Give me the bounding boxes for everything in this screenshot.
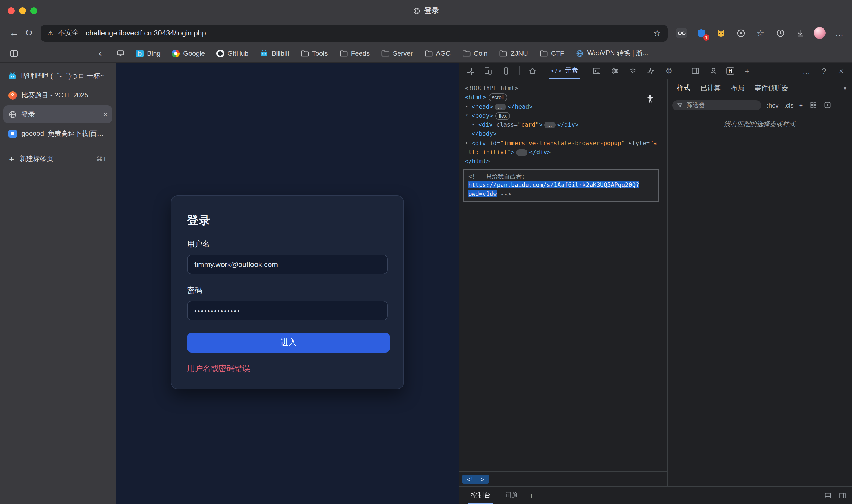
hackbar-icon[interactable]: H — [726, 67, 734, 75]
close-icon: × — [839, 66, 844, 75]
login-submit-button[interactable]: 进入 — [187, 333, 390, 353]
sidebar-tab-ctf[interactable]: ? 比赛题目 - ?CTF 2025 — [3, 86, 112, 104]
folder-icon — [424, 49, 433, 57]
chevron-down-icon[interactable]: ▾ — [844, 85, 846, 91]
devtools-home-button[interactable] — [527, 66, 538, 76]
dom-line[interactable]: ▸<div class="card">…</div> — [459, 120, 667, 129]
profile-tool-button[interactable] — [708, 66, 718, 76]
bookmark-folder-coin[interactable]: Coin — [462, 49, 487, 57]
folder-icon — [539, 49, 548, 57]
back-icon: ← — [9, 27, 19, 39]
goggles-extension-button[interactable] — [676, 27, 688, 39]
tab-layout[interactable]: 布局 — [731, 83, 744, 93]
dom-line[interactable]: ▸<head>…</head> — [459, 102, 667, 111]
help-icon: ? — [821, 66, 826, 75]
extension-button[interactable] — [735, 27, 747, 39]
minimize-window-button[interactable] — [19, 7, 26, 14]
bookmark-folder-feeds[interactable]: Feeds — [339, 49, 370, 57]
dom-line[interactable]: ▾<body>flex — [459, 111, 667, 120]
inspect-element-button[interactable] — [465, 66, 475, 76]
zoom-window-button[interactable] — [31, 7, 37, 14]
bookmark-github[interactable]: GitHub — [216, 49, 248, 57]
bookmark-webvpn[interactable]: WebVPN 转换 | 浙... — [575, 49, 648, 58]
collapse-sidebar-button[interactable]: ‹ — [95, 48, 106, 59]
username-input[interactable] — [187, 254, 388, 274]
shield-extension-button[interactable]: 1 — [695, 27, 707, 39]
devtools-more-button[interactable]: … — [801, 66, 812, 76]
styles-filter-input[interactable]: 筛选器 — [672, 100, 761, 110]
bookmark-folder-zjnu[interactable]: ZJNU — [499, 49, 528, 57]
close-tab-icon[interactable]: × — [103, 110, 108, 119]
drawer-tab-console[interactable]: 控制台 — [465, 486, 497, 504]
bookmark-google[interactable]: Google — [172, 49, 205, 57]
sidebar-tab-login-active[interactable]: 登录 × — [3, 105, 112, 123]
tab-network-icon-button[interactable] — [628, 66, 638, 76]
expand-arrow-icon[interactable]: ▸ — [466, 102, 468, 111]
devtools-main: <!DOCTYPE html><html>scroll▸<head>…</hea… — [459, 79, 852, 486]
devtools-help-button[interactable]: ? — [819, 66, 829, 76]
tab-event-listeners[interactable]: 事件侦听器 — [754, 83, 788, 93]
dom-line[interactable]: <!DOCTYPE html> — [459, 83, 667, 93]
login-error-message: 用户名或密码错误 — [187, 364, 388, 374]
add-tool-button[interactable]: + — [742, 66, 752, 76]
dom-line[interactable]: </html> — [459, 157, 667, 166]
sidebar-tab-download[interactable]: gooood_免费高速下载|百度... — [3, 124, 112, 142]
history-icon — [776, 29, 785, 37]
dom-line[interactable]: ▸<div id="immersive-translate-browser-po… — [459, 139, 667, 148]
comment-line: <!-- 只给我自己看: — [468, 173, 525, 179]
expand-arrow-icon[interactable]: ▾ — [466, 111, 468, 120]
dom-line[interactable]: <html>scroll — [459, 93, 667, 102]
toggle-class-button[interactable]: .cls — [784, 102, 794, 108]
dom-line[interactable]: ll: initial">…</div> — [459, 147, 667, 157]
bookmark-device[interactable] — [116, 49, 124, 57]
tab-console-icon-button[interactable] — [592, 66, 602, 76]
add-drawer-tab-button[interactable]: + — [526, 491, 537, 500]
expand-arrow-icon[interactable]: ▸ — [466, 139, 468, 148]
grid-icon — [810, 101, 817, 109]
browser-menu-button[interactable]: … — [833, 27, 845, 39]
downloads-button[interactable] — [794, 27, 806, 39]
comment-node-box[interactable]: <!-- 只给我自己看: https://pan.baidu.com/s/1Aa… — [463, 169, 659, 202]
bookmark-folder-ctf[interactable]: CTF — [539, 49, 564, 57]
tab-panel-button[interactable] — [8, 47, 20, 59]
accessibility-person-icon — [646, 94, 655, 103]
expand-arrow-icon[interactable]: ▸ — [472, 120, 475, 129]
tab-settings-icon-button[interactable]: ⚙ — [664, 66, 674, 76]
breadcrumb-comment-node[interactable]: <!--> — [462, 474, 489, 483]
new-style-rule-button[interactable]: + — [799, 102, 803, 108]
history-button[interactable] — [774, 27, 786, 39]
bookmark-folder-tools[interactable]: Tools — [300, 49, 328, 57]
dock-side-button[interactable] — [824, 491, 832, 499]
element-state-button[interactable] — [823, 101, 831, 109]
bookmark-bilibili[interactable]: Bilibili — [260, 49, 289, 57]
device-toolbar-button[interactable] — [483, 66, 493, 76]
layout-panel-button[interactable] — [690, 66, 700, 76]
tab-profiler-icon-button[interactable] — [646, 66, 656, 76]
address-bar[interactable]: ⚠ 不安全 challenge.ilovectf.cn:30434/login.… — [40, 24, 668, 41]
dom-line[interactable]: </body> — [459, 129, 667, 139]
dock-icon — [824, 491, 832, 499]
close-window-button[interactable] — [8, 7, 15, 14]
devtools-close-button[interactable]: × — [836, 66, 846, 76]
mobile-panel-button[interactable] — [501, 66, 511, 76]
cat-extension-button[interactable] — [715, 27, 727, 39]
drawer-tab-issues[interactable]: 问题 — [499, 486, 523, 504]
tab-elements[interactable]: </> 元素 — [545, 62, 584, 79]
reload-button[interactable]: ↻ — [21, 25, 36, 40]
sidebar-tab-bilibili[interactable]: 哔哩哔哩 (゜-゜)つロ 干杯~ — [3, 67, 112, 85]
bookmark-folder-agc[interactable]: AGC — [424, 49, 451, 57]
profile-avatar[interactable] — [814, 27, 825, 39]
expand-drawer-button[interactable] — [838, 491, 846, 499]
tab-tune-icon-button[interactable] — [610, 66, 620, 76]
bookmark-star-icon[interactable]: ☆ — [654, 28, 661, 38]
tab-styles[interactable]: 样式 — [677, 83, 690, 93]
toggle-hover-state-button[interactable]: :hov — [767, 102, 779, 108]
bookmark-folder-server[interactable]: Server — [381, 49, 413, 57]
password-input[interactable] — [187, 301, 388, 320]
tab-computed[interactable]: 已计算 — [700, 83, 721, 93]
computed-grid-button[interactable] — [810, 101, 817, 109]
favorites-button[interactable]: ☆ — [754, 27, 766, 39]
new-tab-button[interactable]: + 新建标签页 ⌘T — [3, 150, 112, 167]
back-button[interactable]: ← — [7, 25, 21, 40]
bookmark-bing[interactable]: b Bing — [136, 49, 161, 57]
